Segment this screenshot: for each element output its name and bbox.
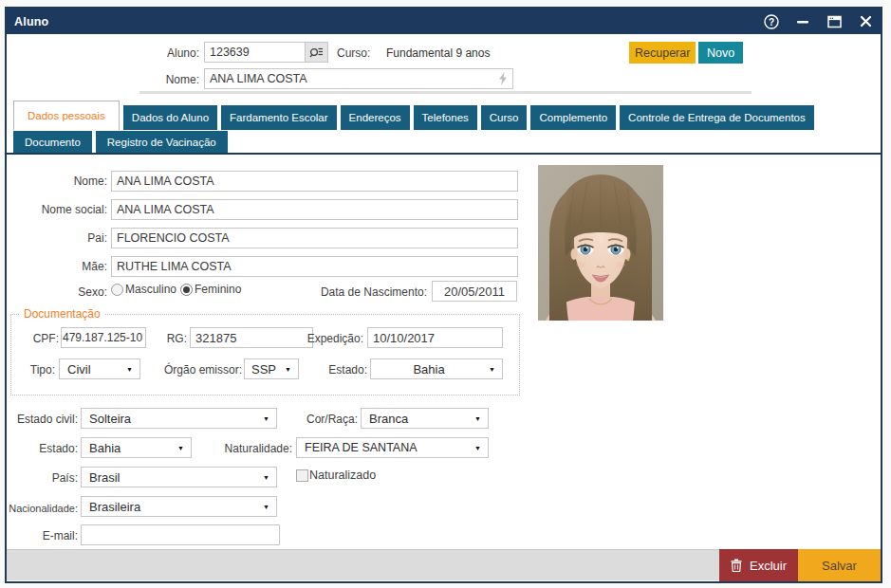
tab-row-1: Dados pessoais Dados do Aluno Fardamento… (13, 101, 814, 130)
tab-enderecos[interactable]: Endereços (341, 105, 410, 130)
novo-button[interactable]: Novo (698, 42, 743, 64)
email-label: E-mail: (0, 529, 78, 543)
minimize-icon[interactable] (795, 14, 810, 29)
tab-complemento[interactable]: Complemento (530, 105, 616, 130)
orgao-emissor-select[interactable]: SSP▼ (244, 358, 299, 379)
aluno-label: Aluno: (121, 46, 199, 61)
tab-curso[interactable]: Curso (481, 105, 528, 130)
form-pai-input[interactable] (111, 228, 518, 248)
cpf-input[interactable] (61, 327, 146, 348)
form-sexo-label: Sexo: (16, 285, 107, 300)
form-nome-social-label: Nome social: (16, 203, 107, 217)
trash-icon (731, 559, 742, 572)
estado-select[interactable]: Bahia▼ (81, 437, 192, 458)
cor-raca-label: Cor/Raça: (291, 413, 358, 427)
maximize-icon[interactable] (826, 14, 842, 29)
form-mae-label: Mãe: (16, 260, 107, 274)
form-nome-label: Nome: (16, 175, 107, 189)
tabstrip-border (7, 153, 881, 155)
pais-label: País: (0, 471, 78, 486)
tab-row-2: Documento Registro de Vacinação (13, 131, 228, 153)
cor-raca-select[interactable]: Branca▼ (361, 408, 489, 429)
tab-documento[interactable]: Documento (13, 131, 92, 153)
form-pai-label: Pai: (16, 231, 107, 246)
svg-text:?: ? (769, 16, 774, 27)
data-nascimento-input[interactable] (432, 281, 517, 302)
sexo-masculino-radio[interactable] (111, 284, 123, 296)
cpf-label: CPF: (16, 332, 59, 346)
sexo-feminino-label: Feminino (195, 283, 241, 296)
search-icon (309, 46, 324, 59)
tab-dados-do-aluno[interactable]: Dados do Aluno (123, 105, 217, 130)
tab-fardamento-escolar[interactable]: Fardamento Escolar (221, 105, 337, 130)
titlebar: Aluno ? (7, 9, 881, 34)
rg-label: RG: (149, 332, 187, 346)
window-title: Aluno (14, 15, 48, 28)
salvar-button[interactable]: Salvar (798, 549, 881, 581)
doc-estado-select[interactable]: Bahia▼ (370, 358, 503, 379)
tab-registro-vacinacao[interactable]: Registro de Vacinação (96, 131, 228, 153)
footer-bar: Excluir Salvar (7, 549, 881, 580)
documentacao-groupbox: Documentação (10, 314, 520, 395)
sexo-feminino-radio[interactable] (180, 284, 193, 296)
expedicao-label: Expedição: (297, 332, 363, 346)
lightning-icon (498, 72, 508, 85)
naturalidade-select[interactable]: FEIRA DE SANTANA▼ (296, 437, 489, 458)
email-input[interactable] (81, 524, 280, 545)
nacionalidade-select[interactable]: Brasileira▼ (81, 496, 277, 517)
help-icon[interactable]: ? (764, 14, 779, 29)
curso-label: Curso: (337, 46, 370, 61)
doc-estado-label: Estado: (301, 363, 367, 377)
form-mae-input[interactable] (111, 256, 518, 277)
aluno-id-input[interactable] (204, 42, 306, 63)
estado-label: Estado: (0, 442, 78, 456)
aluno-window: Aluno ? Aluno: Curso: Fundamental 9 anos… (5, 7, 882, 583)
estado-civil-select[interactable]: Solteira▼ (81, 408, 277, 429)
search-student-button[interactable] (305, 42, 328, 63)
curso-value: Fundamental 9 anos (386, 46, 490, 60)
sexo-masculino-label: Masculino (125, 283, 176, 296)
close-icon[interactable] (858, 14, 873, 29)
tab-controle-entrega-documentos[interactable]: Controle de Entrega de Documentos (620, 105, 814, 130)
orgao-emissor-label: Órgão emissor: (157, 363, 242, 377)
nome-label: Nome: (121, 73, 199, 87)
student-photo (538, 165, 663, 321)
tipo-label: Tipo: (16, 363, 55, 377)
header-separator (139, 91, 752, 94)
excluir-button[interactable]: Excluir (719, 549, 798, 581)
pais-select[interactable]: Brasil▼ (81, 467, 277, 487)
nacionalidade-label: Nacionalidade: (7, 502, 78, 516)
estado-civil-label: Estado civil: (0, 413, 78, 427)
naturalizado-checkbox[interactable] (296, 469, 308, 482)
data-nascimento-label: Data de Nascimento: (301, 285, 427, 300)
naturalizado-label: Naturalizado (309, 469, 376, 482)
tipo-select[interactable]: Civil▼ (59, 358, 140, 379)
tab-dados-pessoais[interactable]: Dados pessoais (13, 101, 120, 130)
documentacao-title: Documentação (19, 307, 105, 321)
nome-input[interactable] (204, 68, 513, 89)
recuperar-button[interactable]: Recuperar (629, 42, 696, 64)
rg-input[interactable] (190, 327, 313, 348)
naturalidade-label: Naturalidade: (193, 442, 292, 456)
form-nome-social-input[interactable] (111, 199, 518, 220)
expedicao-input[interactable] (367, 327, 503, 348)
tab-telefones[interactable]: Telefones (414, 105, 477, 130)
form-nome-input[interactable] (111, 171, 518, 192)
portrait-illustration (538, 165, 663, 321)
